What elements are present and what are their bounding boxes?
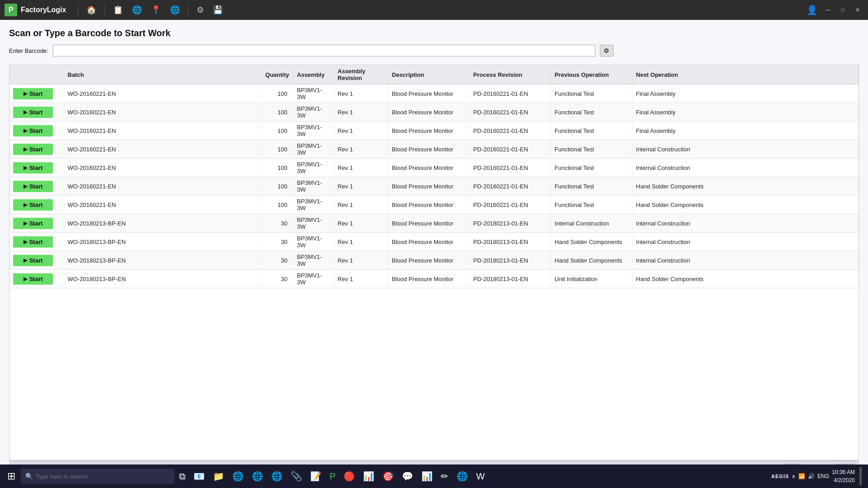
- start-button-row-3[interactable]: ▶ Start: [13, 144, 53, 155]
- col-quantity: Quantity: [261, 65, 293, 84]
- mail-app-button[interactable]: 📧: [190, 469, 208, 483]
- start-button-row-7[interactable]: ▶ Start: [13, 218, 53, 229]
- app2-button[interactable]: 📝: [307, 469, 325, 483]
- ie-button[interactable]: 🌐: [248, 469, 267, 483]
- clock-time: 10:36 AM: [832, 468, 855, 476]
- pagination-bar: ⏮ ◀ Page 1 of 1 ▶ ⏭ Go To Page Page Size…: [9, 460, 859, 465]
- table-header: Batch Quantity Assembly Assembly Revisio…: [9, 65, 859, 84]
- barcode-scan-button[interactable]: ⚙: [600, 45, 613, 56]
- start-button-row-5[interactable]: ▶ Start: [13, 181, 53, 192]
- start-button-row-1[interactable]: ▶ Start: [13, 107, 53, 118]
- start-button-row-0[interactable]: ▶ Start: [13, 88, 53, 99]
- minimize-button[interactable]: —: [821, 6, 834, 14]
- app1-button[interactable]: 📎: [287, 469, 306, 483]
- next-operation-cell: Hand Solder Components: [632, 177, 858, 196]
- start-label: Start: [29, 202, 43, 208]
- start-button-row-9[interactable]: ▶ Start: [13, 255, 53, 266]
- play-icon: ▶: [24, 91, 27, 97]
- start-cell: ▶ Start: [9, 177, 64, 196]
- start-button-row-8[interactable]: ▶ Start: [13, 236, 53, 248]
- taskbar-search-wrap: 🔍: [21, 469, 175, 484]
- play-icon: ▶: [24, 128, 27, 134]
- description-cell: Blood Pressure Monitor: [388, 140, 469, 159]
- assembly-revision-cell: Rev 1: [334, 251, 388, 270]
- settings-icon[interactable]: ⚙: [193, 3, 208, 17]
- table-row: ▶ Start WO-20160221-EN 100 BP3MV1-3W Rev…: [9, 196, 859, 214]
- start-button-row-4[interactable]: ▶ Start: [13, 162, 53, 174]
- work-orders-table: Batch Quantity Assembly Assembly Revisio…: [9, 65, 859, 288]
- home-icon[interactable]: 🏠: [83, 3, 100, 17]
- process-revision-cell: PD-20160221-01-EN: [469, 140, 551, 159]
- batch-cell: WO-20160221-EN: [64, 140, 261, 159]
- assembly-cell: BP3MV1-3W: [293, 140, 334, 159]
- start-button[interactable]: ⊞: [3, 469, 20, 484]
- quantity-cell: 30: [261, 251, 293, 270]
- assembly-cell: BP3MV1-3W: [293, 122, 334, 140]
- assembly-revision-cell: Rev 1: [334, 159, 388, 177]
- assembly-cell: BP3MV1-3W: [293, 251, 334, 270]
- maximize-button[interactable]: □: [838, 6, 848, 14]
- table-row: ▶ Start WO-20160221-EN 100 BP3MV1-3W Rev…: [9, 177, 859, 196]
- assembly-revision-cell: Rev 1: [334, 122, 388, 140]
- start-button-row-6[interactable]: ▶ Start: [13, 199, 53, 211]
- previous-operation-cell: Hand Solder Components: [551, 251, 632, 270]
- start-button-row-10[interactable]: ▶ Start: [13, 273, 53, 285]
- quantity-cell: 30: [261, 270, 293, 288]
- assembly-revision-cell: Rev 1: [334, 140, 388, 159]
- location-icon[interactable]: 📍: [147, 3, 165, 17]
- factorylogix-taskbar-button[interactable]: P: [326, 469, 339, 483]
- batch-cell: WO-20180213-BP-EN: [64, 214, 261, 233]
- edge-button[interactable]: 🌐: [268, 469, 286, 483]
- barcode-input[interactable]: [53, 45, 595, 56]
- search-glass-icon: 🔍: [25, 473, 33, 480]
- col-description: Description: [388, 65, 469, 84]
- app5-button[interactable]: 🎯: [379, 469, 397, 483]
- topbar-separator-3: [188, 3, 189, 17]
- topbar-separator-1: [78, 3, 78, 17]
- app7-button[interactable]: 🌐: [453, 469, 472, 483]
- assembly-cell: BP3MV1-3W: [293, 159, 334, 177]
- explorer-button[interactable]: 📁: [209, 469, 228, 483]
- start-label: Start: [29, 109, 43, 116]
- taskbar-search-input[interactable]: [36, 473, 170, 480]
- quantity-cell: 30: [261, 214, 293, 233]
- assembly-revision-cell: Rev 1: [334, 196, 388, 214]
- taskbar-clock[interactable]: 10:36 AM 4/2/2020: [832, 468, 855, 484]
- start-button-row-2[interactable]: ▶ Start: [13, 125, 53, 136]
- app4-button[interactable]: 📊: [359, 469, 378, 483]
- app3-button[interactable]: 🔴: [340, 469, 359, 483]
- topbar-right: 👤 — □ ✕: [807, 5, 863, 15]
- task-view-button[interactable]: ⧉: [175, 469, 189, 483]
- assembly-cell: BP3MV1-3W: [293, 270, 334, 288]
- clock-date: 4/2/2020: [832, 476, 855, 484]
- play-icon: ▶: [24, 183, 27, 189]
- next-operation-cell: Internal Construction: [632, 251, 858, 270]
- start-label: Start: [29, 183, 43, 190]
- main-content: Scan or Type a Barcode to Start Work Ent…: [0, 20, 868, 465]
- save-icon[interactable]: 💾: [209, 3, 226, 17]
- user-icon[interactable]: 👤: [807, 5, 818, 15]
- play-icon: ▶: [24, 221, 27, 226]
- app6-button[interactable]: ✏: [437, 469, 452, 483]
- world-icon[interactable]: 🌐: [166, 3, 184, 17]
- documents-icon[interactable]: 📋: [109, 3, 127, 17]
- previous-operation-cell: Hand Solder Components: [551, 233, 632, 251]
- close-button[interactable]: ✕: [852, 6, 863, 14]
- col-action: [9, 65, 64, 84]
- start-cell: ▶ Start: [9, 196, 64, 214]
- process-revision-cell: PD-20160221-01-EN: [469, 122, 551, 140]
- excel-button[interactable]: 📊: [418, 469, 436, 483]
- quantity-cell: 100: [261, 196, 293, 214]
- table-row: ▶ Start WO-20180213-BP-EN 30 BP3MV1-3W R…: [9, 251, 859, 270]
- start-cell: ▶ Start: [9, 270, 64, 288]
- chrome-button[interactable]: 🌐: [229, 469, 247, 483]
- show-desktop-button[interactable]: [859, 467, 862, 485]
- globe-icon[interactable]: 🌐: [128, 3, 146, 17]
- teams-button[interactable]: 💬: [398, 469, 417, 483]
- process-revision-cell: PD-20160221-01-EN: [469, 84, 551, 103]
- previous-operation-cell: Functional Test: [551, 122, 632, 140]
- word-button[interactable]: W: [472, 469, 488, 483]
- notification-chevron[interactable]: ∧: [792, 473, 796, 479]
- assembly-revision-cell: Rev 1: [334, 233, 388, 251]
- quantity-cell: 100: [261, 159, 293, 177]
